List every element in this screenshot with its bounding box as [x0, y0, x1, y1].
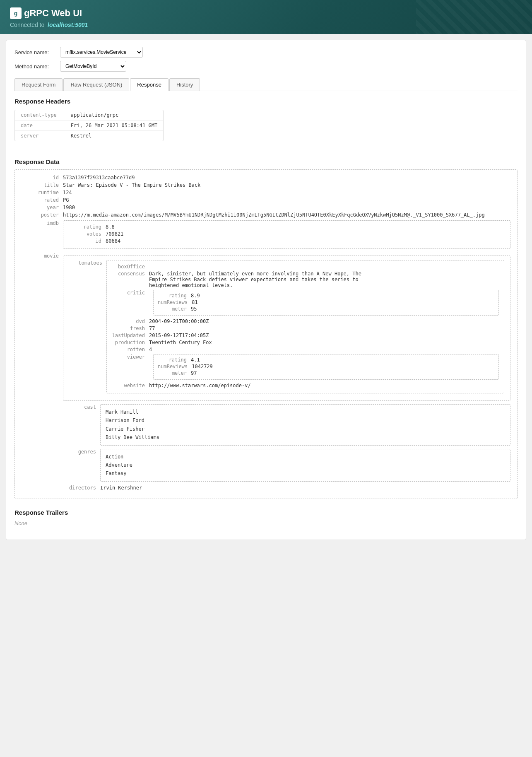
response-headers-title: Response Headers [14, 98, 518, 105]
viewer-meter: meter 97 [158, 370, 494, 376]
tomatoes-fresh: fresh 77 [112, 325, 499, 331]
imdb-id: id 80684 [68, 238, 505, 244]
tab-bar: Request Form Raw Request (JSON) Response… [14, 78, 518, 91]
header-row: content-type application/grpc [15, 110, 163, 121]
main-card: Service name: mflix.services.MovieServic… [6, 40, 526, 540]
cast-box: Mark Hamill Harrison Ford Carrie Fisher … [100, 404, 510, 446]
header-key: content-type [15, 110, 65, 121]
connection-status: Connected to localhost:5001 [10, 22, 522, 28]
viewer-numreviews: numReviews 1042729 [158, 364, 494, 369]
genre-item: Fantasy [106, 469, 505, 477]
imdb-box: rating 8.8 votes 709821 id 80684 [63, 220, 510, 249]
field-poster: poster https://m.media-amazon.com/images… [22, 212, 510, 218]
genres-box: Action Adventure Fantasy [100, 449, 510, 482]
cast-item: Billy Dee Williams [106, 433, 505, 441]
tomatoes-viewer: viewer rating 4.1 numReviews [112, 354, 499, 381]
server-address: localhost:5001 [48, 22, 88, 28]
app-title: g gRPC Web UI [10, 7, 522, 19]
header-row: date Fri, 26 Mar 2021 05:08:41 GMT [15, 121, 163, 131]
tomatoes-lastupdated: lastUpdated 2015-09-12T17:04:05Z [112, 333, 499, 338]
header-key: date [15, 121, 65, 131]
tab-history[interactable]: History [169, 78, 200, 91]
tab-content: Response Headers content-type applicatio… [14, 91, 518, 533]
field-genres: genres Action Adventure Fantasy [63, 449, 510, 482]
tomatoes-website: website http://www.starwars.com/episode-… [112, 383, 499, 388]
field-rated: rated PG [22, 197, 510, 203]
cast-item: Harrison Ford [106, 416, 505, 424]
field-title: title Star Wars: Episode V - The Empire … [22, 182, 510, 188]
service-select[interactable]: mflix.services.MovieService [60, 47, 143, 58]
tomatoes-rotten: rotten 4 [112, 347, 499, 352]
imdb-rating: rating 8.8 [68, 224, 505, 230]
method-row: Method name: GetMovieById [14, 61, 518, 72]
grpc-icon: g [10, 7, 22, 19]
field-cast: cast Mark Hamill Harrison Ford Carrie Fi… [63, 404, 510, 446]
tomatoes-box: boxOffice consensus Dark, sinister, but … [106, 260, 504, 393]
tab-request-form[interactable]: Request Form [14, 78, 63, 91]
tomatoes-dvd: dvd 2004-09-21T00:00:00Z [112, 318, 499, 324]
viewer-rating: rating 4.1 [158, 357, 494, 363]
field-imdb: imdb rating 8.8 votes 709821 id 80684 [22, 220, 510, 251]
tomatoes-boxoffice: boxOffice [112, 264, 499, 270]
service-label: Service name: [14, 49, 56, 55]
method-select[interactable]: GetMovieById [60, 61, 126, 72]
response-trailers-title: Response Trailers [14, 509, 518, 516]
movie-outer-box: tomatoes boxOffice [63, 256, 510, 401]
field-id: id 573a1397f29313caabce77d9 [22, 175, 510, 181]
response-data-box: id 573a1397f29313caabce77d9 title Star W… [14, 169, 518, 499]
response-headers-table: content-type application/grpc date Fri, … [14, 110, 164, 141]
tab-raw-request[interactable]: Raw Request (JSON) [63, 78, 129, 91]
header-row: server Kestrel [15, 131, 163, 141]
tomatoes-consensus: consensus Dark, sinister, but ultimately… [112, 271, 499, 288]
cast-item: Carrie Fisher [106, 425, 505, 433]
header-value: Kestrel [65, 131, 164, 141]
critic-meter: meter 95 [158, 306, 494, 312]
imdb-votes: votes 709821 [68, 231, 505, 237]
app-title-text: gRPC Web UI [24, 8, 82, 19]
trailers-none: None [14, 520, 518, 526]
cast-item: Mark Hamill [106, 408, 505, 416]
field-movie: movie tomatoes boxOffice [22, 253, 510, 492]
tomatoes-production: production Twentieth Century Fox [112, 340, 499, 345]
critic-rating: rating 8.9 [158, 293, 494, 299]
header-value: Fri, 26 Mar 2021 05:08:41 GMT [65, 121, 164, 131]
response-data-title: Response Data [14, 158, 518, 165]
connected-label: Connected to [10, 22, 44, 28]
field-tomatoes: tomatoes boxOffice [69, 260, 504, 395]
method-label: Method name: [14, 63, 56, 70]
tomatoes-critic: critic rating 8.9 numReviews [112, 290, 499, 317]
viewer-box: rating 4.1 numReviews 1042729 [153, 354, 499, 380]
service-row: Service name: mflix.services.MovieServic… [14, 47, 518, 58]
field-directors: directors Irvin Kershner [63, 485, 510, 491]
critic-numreviews: numReviews 81 [158, 299, 494, 305]
critic-box: rating 8.9 numReviews 81 [153, 290, 499, 316]
field-year: year 1980 [22, 205, 510, 210]
header-key: server [15, 131, 65, 141]
tab-response[interactable]: Response [130, 78, 169, 91]
app-header: g gRPC Web UI Connected to localhost:500… [0, 0, 532, 34]
genre-item: Adventure [106, 461, 505, 469]
field-runtime: runtime 124 [22, 190, 510, 195]
genre-item: Action [106, 453, 505, 461]
header-value: application/grpc [65, 110, 164, 121]
